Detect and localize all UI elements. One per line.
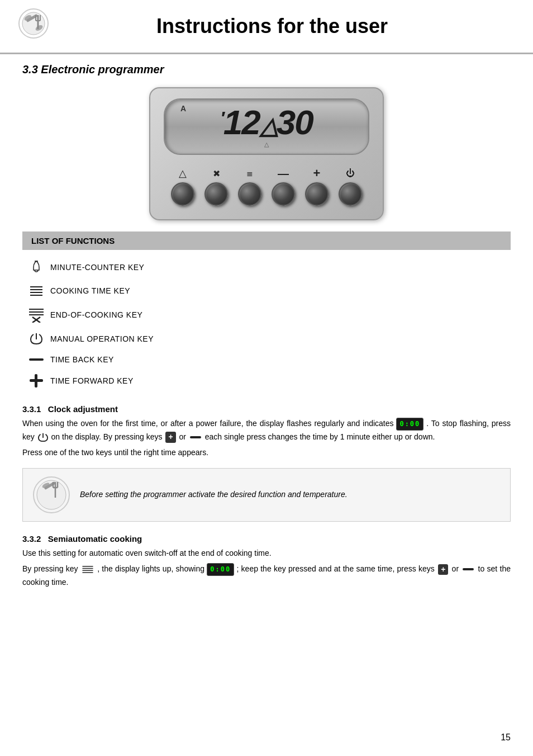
button-circle-cooking[interactable] <box>238 182 261 206</box>
function-icon-cooking <box>22 284 50 298</box>
button-icon-plus: + <box>313 167 321 179</box>
button-icon-minus: — <box>278 167 289 179</box>
inline-display-000: 0:00 <box>396 418 423 431</box>
inline-icon-minus <box>189 435 202 440</box>
button-circle-bell[interactable] <box>171 182 194 206</box>
button-unit-bell: △ <box>171 167 194 206</box>
section-331-text2: Press one of the two keys until the righ… <box>22 446 511 459</box>
function-row-0: MINUTE-COUNTER KEY <box>22 257 511 278</box>
inline-icon-cooking <box>82 564 94 575</box>
function-icon-plus <box>22 373 50 389</box>
page-header: Instructions for the user <box>0 0 533 54</box>
inline-display-000b: 0:00 <box>207 563 234 576</box>
function-row-2: END-OF-COOKING KEY <box>22 304 511 326</box>
note-box: Before setting the programmer activate t… <box>22 468 511 522</box>
display-panel: A ′12△30 △ <box>164 98 369 155</box>
button-icon-bell: △ <box>179 167 187 179</box>
button-circle-plus[interactable] <box>305 182 329 206</box>
button-icon-eoc: ✖ <box>213 167 220 179</box>
subsection-title-332: 3.3.2 Semiautomatic cooking <box>22 534 511 544</box>
function-label-3: MANUAL OPERATION KEY <box>50 334 154 343</box>
section-331-text: When using the oven for the first time, … <box>22 417 511 443</box>
inline-icon-manual <box>38 432 48 442</box>
section-332-text2: By pressing key , the display lights up,… <box>22 563 511 588</box>
inline-key-plus: + <box>165 432 175 443</box>
function-icon-eoc <box>22 307 50 323</box>
header-logo <box>11 7 56 46</box>
programmer-diagram: A ′12△30 △ △ ✖ ≣ — <box>149 87 384 220</box>
display-indicator-a: A <box>180 104 186 113</box>
button-unit-eoc: ✖ <box>204 167 228 206</box>
function-icon-bell <box>22 260 50 275</box>
function-label-2: END-OF-COOKING KEY <box>50 310 142 319</box>
svg-rect-33 <box>463 568 474 570</box>
button-unit-minus: — <box>272 167 295 206</box>
function-row-3: MANUAL OPERATION KEY <box>22 328 511 349</box>
buttons-row: △ ✖ ≣ — + <box>164 164 369 209</box>
button-icon-manual: ⏻ <box>346 167 355 179</box>
page-number: 15 <box>501 733 511 743</box>
button-unit-cooking: ≣ <box>238 167 261 206</box>
function-label-0: MINUTE-COUNTER KEY <box>50 263 144 272</box>
button-unit-manual: ⏻ <box>339 167 362 206</box>
subsection-title-331: 3.3.1 Clock adjustment <box>22 404 511 414</box>
button-icon-cooking: ≣ <box>246 167 253 179</box>
section-332-text: Use this setting for automatic oven swit… <box>22 547 511 559</box>
function-row-4: TIME BACK KEY <box>22 352 511 367</box>
inline-key-plus2: + <box>438 564 448 575</box>
svg-rect-24 <box>190 436 201 438</box>
svg-rect-20 <box>29 358 44 361</box>
button-circle-eoc[interactable] <box>204 182 228 206</box>
button-circle-manual[interactable] <box>339 182 362 206</box>
button-unit-plus: + <box>305 167 329 206</box>
note-text: Before setting the programmer activate t… <box>80 489 348 500</box>
section-title: 3.3 Electronic programmer <box>22 63 511 76</box>
note-logo <box>32 475 71 514</box>
function-row-1: COOKING TIME KEY <box>22 280 511 301</box>
functions-header: LIST OF FUNCTIONS <box>22 231 511 250</box>
page-title: Instructions for the user <box>67 15 522 38</box>
function-icon-manual <box>22 332 50 346</box>
function-label-5: TIME FORWARD KEY <box>50 376 134 385</box>
svg-rect-22 <box>35 374 37 388</box>
function-row-5: TIME FORWARD KEY <box>22 370 511 392</box>
display-time: ′12△30 <box>176 105 357 140</box>
function-icon-minus <box>22 357 50 362</box>
function-label-1: COOKING TIME KEY <box>50 286 130 295</box>
inline-icon-minus2 <box>462 567 474 571</box>
main-content: 3.3 Electronic programmer A ′12△30 △ △ ✖ <box>0 63 533 588</box>
display-sub: △ <box>176 141 357 148</box>
button-circle-minus[interactable] <box>272 182 295 206</box>
function-label-4: TIME BACK KEY <box>50 355 114 364</box>
